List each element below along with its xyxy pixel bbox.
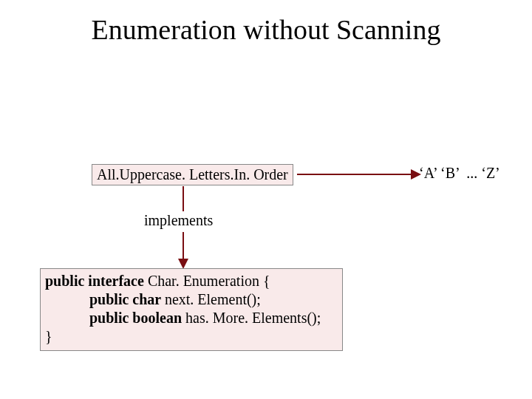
method-hasmore: has. More. Elements(); xyxy=(185,310,321,326)
slide-title: Enumeration without Scanning xyxy=(0,13,532,46)
kw-public: public xyxy=(89,310,132,326)
arrow-down-line-bottom xyxy=(183,232,184,260)
svg-marker-1 xyxy=(178,259,188,269)
iface-name: Char. Enumeration { xyxy=(148,273,270,289)
kw-boolean: boolean xyxy=(132,310,185,326)
kw-public: public xyxy=(89,291,132,307)
class-box: All.Uppercase. Letters.In. Order xyxy=(92,164,293,185)
arrow-right-line xyxy=(297,174,412,175)
interface-code-box: public interface Char. Enumeration { pub… xyxy=(40,268,343,351)
kw-char: char xyxy=(132,291,165,307)
arrow-down-head-icon xyxy=(178,259,188,269)
kw-interface: interface xyxy=(88,273,148,289)
arrow-down-line-top xyxy=(183,186,184,211)
brace-close: } xyxy=(45,328,52,344)
output-sequence: ‘A’ ‘B’ ... ‘Z’ xyxy=(419,165,500,182)
method-next: next. Element(); xyxy=(165,291,261,307)
indent xyxy=(45,291,89,307)
implements-label: implements xyxy=(144,212,213,229)
indent xyxy=(45,310,89,326)
kw-public: public xyxy=(45,273,88,289)
